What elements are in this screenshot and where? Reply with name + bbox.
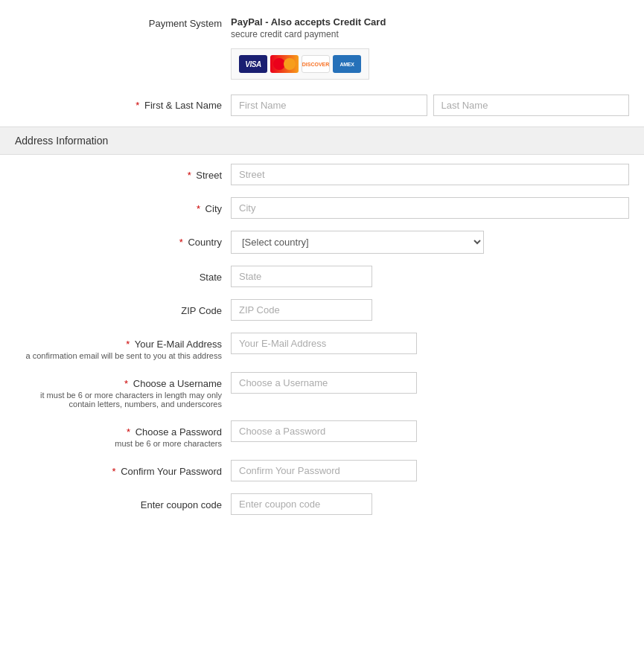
city-field — [231, 197, 629, 219]
state-input[interactable] — [231, 266, 372, 287]
city-row: * City — [0, 191, 644, 225]
password-row: * Choose a Password must be 6 or more ch… — [0, 414, 644, 454]
required-marker: * — [188, 170, 191, 181]
zip-field — [231, 299, 629, 321]
amex-icon: AMEX — [333, 55, 361, 73]
address-section-title: Address Information — [15, 135, 108, 147]
country-field: [Select country] United States Canada Un… — [231, 231, 629, 254]
required-marker: * — [124, 378, 128, 389]
required-marker: * — [127, 426, 130, 438]
username-input[interactable] — [231, 372, 417, 394]
email-input[interactable] — [231, 333, 417, 354]
country-row: * Country [Select country] United States… — [0, 225, 644, 260]
state-field — [231, 266, 629, 287]
country-label-text: Country — [188, 237, 222, 248]
state-label-text: State — [200, 272, 222, 283]
last-name-input[interactable] — [433, 95, 630, 116]
required-marker: * — [112, 466, 115, 477]
email-sub-label: a confirmation email will be sent to you… — [15, 351, 222, 360]
name-row: * First & Last Name — [0, 87, 644, 124]
confirm-password-label-text: Confirm Your Password — [121, 466, 222, 477]
coupon-row: Enter coupon code — [0, 487, 644, 521]
name-label: * First & Last Name — [15, 100, 231, 111]
password-label-text: Choose a Password — [136, 426, 222, 438]
page-wrapper: Payment System PayPal - Also accepts Cre… — [0, 0, 644, 528]
coupon-field — [231, 493, 629, 515]
confirm-password-input[interactable] — [231, 460, 417, 481]
discover-icon: DISCOVER — [302, 55, 330, 73]
username-label: * Choose a Username it must be 6 or more… — [15, 372, 231, 409]
payment-title: PayPal - Also accepts Credit Card — [231, 16, 629, 28]
country-label: * Country — [15, 231, 231, 248]
email-row: * Your E-Mail Address a confirmation ema… — [0, 327, 644, 366]
confirm-password-label: * Confirm Your Password — [15, 460, 231, 477]
email-field — [231, 333, 629, 354]
required-marker: * — [126, 339, 130, 350]
payment-label: Payment System — [15, 16, 231, 29]
country-select[interactable]: [Select country] United States Canada Un… — [231, 231, 484, 254]
required-marker: * — [136, 100, 139, 111]
street-input[interactable] — [231, 164, 629, 185]
coupon-label: Enter coupon code — [15, 493, 231, 510]
password-field — [231, 420, 629, 442]
city-label-text: City — [205, 203, 222, 214]
payment-info: PayPal - Also accepts Credit Card secure… — [231, 16, 629, 80]
password-sub-label: must be 6 or more characters — [15, 439, 222, 448]
name-inputs — [231, 95, 629, 116]
password-label: * Choose a Password must be 6 or more ch… — [15, 420, 231, 448]
name-field-label: First & Last Name — [144, 100, 222, 111]
required-marker: * — [197, 203, 200, 214]
payment-sub: secure credit card payment — [231, 29, 629, 39]
address-section-header: Address Information — [0, 126, 644, 155]
zip-row: ZIP Code — [0, 293, 644, 327]
coupon-input[interactable] — [231, 493, 372, 515]
confirm-password-row: * Confirm Your Password — [0, 454, 644, 487]
coupon-label-text: Enter coupon code — [141, 499, 222, 510]
street-label: * Street — [15, 164, 231, 181]
street-row: * Street — [0, 158, 644, 191]
visa-icon: VISA — [239, 55, 267, 73]
state-label: State — [15, 266, 231, 283]
required-marker: * — [179, 237, 183, 248]
email-label: * Your E-Mail Address a confirmation ema… — [15, 333, 231, 360]
street-label-text: Street — [196, 170, 222, 181]
first-name-input[interactable] — [231, 95, 427, 116]
state-row: State — [0, 260, 644, 293]
zip-label: ZIP Code — [15, 299, 231, 316]
email-label-text: Your E-Mail Address — [135, 339, 222, 350]
username-field — [231, 372, 629, 394]
zip-input[interactable] — [231, 299, 372, 321]
username-label-text: Choose a Username — [133, 378, 222, 389]
username-row: * Choose a Username it must be 6 or more… — [0, 366, 644, 414]
password-input[interactable] — [231, 420, 417, 442]
street-field — [231, 164, 629, 185]
city-label: * City — [15, 197, 231, 214]
username-sub-label: it must be 6 or more characters in lengt… — [15, 391, 222, 409]
zip-label-text: ZIP Code — [181, 305, 222, 316]
mastercard-icon — [270, 55, 299, 73]
city-input[interactable] — [231, 197, 629, 219]
card-icons: VISA DISCOVER AMEX — [231, 48, 369, 80]
confirm-password-field — [231, 460, 629, 481]
payment-row: Payment System PayPal - Also accepts Cre… — [0, 7, 644, 87]
